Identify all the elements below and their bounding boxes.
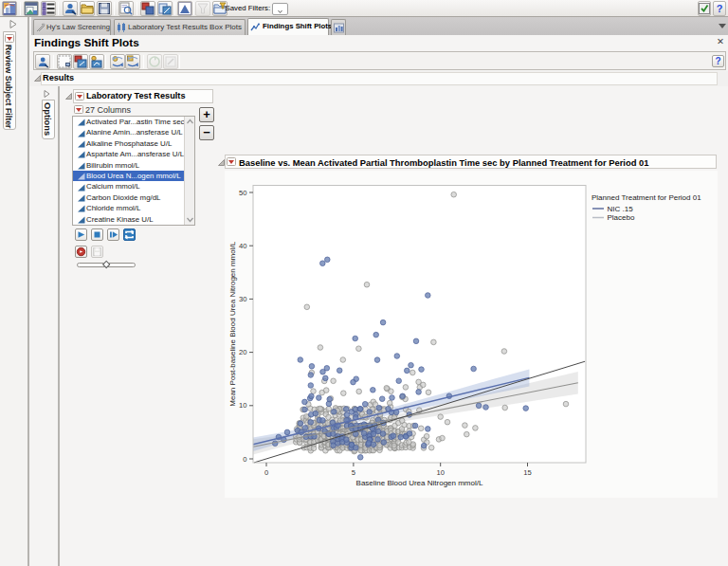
svg-text:20: 20: [239, 348, 246, 356]
svg-text:15: 15: [523, 468, 531, 477]
svg-text:50: 50: [239, 189, 246, 197]
svg-text:0: 0: [264, 468, 268, 477]
svg-text:30: 30: [239, 295, 246, 303]
svg-text:5: 5: [352, 468, 355, 477]
svg-text:40: 40: [239, 242, 246, 250]
svg-text:Mean Post-baseline Blood Urea: Mean Post-baseline Blood Urea Nitrogen m…: [228, 241, 237, 406]
svg-text:Placebo: Placebo: [608, 213, 635, 222]
svg-text:NIC .15: NIC .15: [608, 205, 634, 213]
svg-text:10: 10: [239, 401, 246, 410]
svg-text:Planned Treatment for Period 0: Planned Treatment for Period 01: [592, 193, 701, 202]
svg-text:0: 0: [243, 455, 246, 464]
svg-text:10: 10: [436, 468, 444, 477]
svg-text:Baseline Blood Urea Nitrogen m: Baseline Blood Urea Nitrogen mmol/L: [356, 479, 483, 487]
